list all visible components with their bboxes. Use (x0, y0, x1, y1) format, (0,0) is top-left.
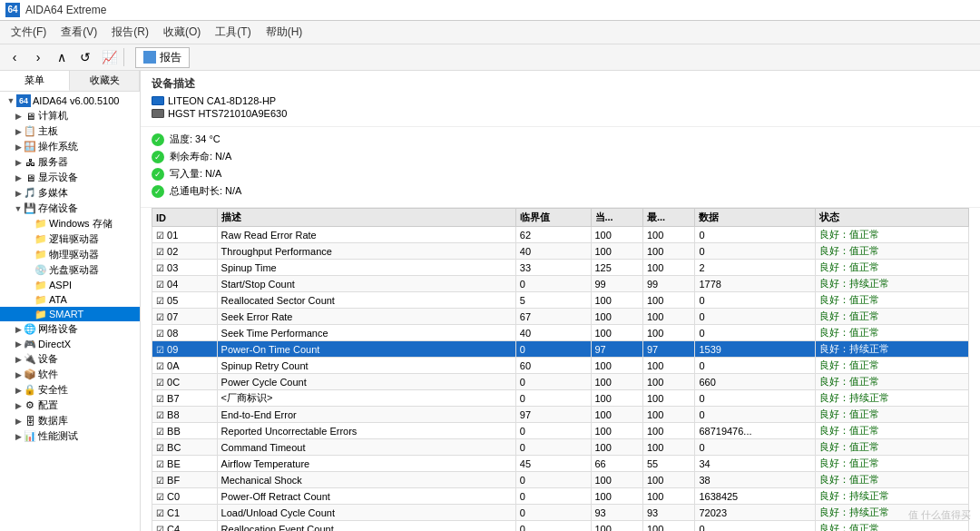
tree-item-aida64[interactable]: ▼ 64 AIDA64 v6.00.5100 (0, 93, 140, 108)
directx-icon: 🎮 (24, 338, 36, 350)
ssd-icon (152, 96, 164, 105)
server-icon: 🖧 (24, 156, 36, 169)
table-row[interactable]: ☑ BC Command Timeout 0 100 100 0 良好：值正常 (152, 439, 969, 456)
menu-view[interactable]: 查看(V) (54, 23, 104, 42)
table-row[interactable]: ☑ 02 Throughput Performance 40 100 100 0… (152, 243, 969, 260)
col-id: ID (152, 209, 218, 227)
tree-item-os[interactable]: ▶ 🪟 操作系统 (0, 139, 140, 154)
tree-item-motherboard[interactable]: ▶ 📋 主板 (0, 123, 140, 139)
menu-file[interactable]: 文件(F) (4, 23, 54, 42)
expand-icon: ▼ (5, 95, 16, 106)
table-row[interactable]: ☑ 0C Power Cycle Count 0 100 100 660 良好：… (152, 374, 969, 390)
tree-item-display[interactable]: ▶ 🖥 显示设备 (0, 170, 140, 185)
tree-item-software[interactable]: ▶ 📦 软件 (0, 367, 140, 382)
tab-menu[interactable]: 菜单 (0, 71, 70, 91)
table-row[interactable]: ☑ 05 Reallocated Sector Count 5 100 100 … (152, 292, 969, 309)
tree-item-computer[interactable]: ▶ 🖥 计算机 (0, 108, 140, 123)
tree-item-config[interactable]: ▶ ⚙ 配置 (0, 398, 140, 413)
tree-item-ata[interactable]: 📁 ATA (0, 292, 140, 307)
expand-icon: ▶ (13, 172, 24, 183)
refresh-button[interactable]: ↺ (74, 46, 96, 68)
table-row[interactable]: ☑ C4 Reallocation Event Count 0 100 100 … (152, 521, 969, 532)
optical-label: 光盘驱动器 (49, 263, 99, 277)
expand-icon: ▶ (13, 385, 24, 396)
col-current: 当... (591, 209, 642, 227)
menu-help[interactable]: 帮助(H) (259, 23, 310, 42)
expand-icon (24, 265, 34, 276)
expand-icon: ▶ (13, 354, 24, 365)
status-section: ✓ 温度: 34 °C ✓ 剩余寿命: N/A ✓ 写入量: N/A ✓ 总通电… (141, 127, 980, 208)
software-label: 软件 (38, 368, 58, 381)
tree-item-devices[interactable]: ▶ 🔌 设备 (0, 351, 140, 367)
table-row[interactable]: ☑ C1 Load/Unload Cycle Count 0 93 93 720… (152, 505, 969, 521)
tree-item-aspi[interactable]: 📁 ASPI (0, 278, 140, 292)
table-row[interactable]: ☑ BE Airflow Temperature 45 66 55 34 良好：… (152, 456, 969, 472)
table-row[interactable]: ☑ 04 Start/Stop Count 0 99 99 1778 良好：持续… (152, 276, 969, 292)
multimedia-label: 多媒体 (38, 186, 68, 200)
tree-item-smart[interactable]: 📁 SMART (0, 307, 140, 321)
config-icon: ⚙ (24, 399, 36, 412)
smart-table: ID 描述 临界值 当... 最... 数据 状态 ☑ 01 Raw Read … (152, 208, 969, 531)
main-layout: 菜单 收藏夹 ▼ 64 AIDA64 v6.00.5100 ▶ 🖥 计算机 ▶ (0, 71, 980, 531)
watermark: 值 什么值得买 (908, 508, 971, 522)
title-bar: 64 AIDA64 Extreme (0, 0, 980, 21)
optical-icon: 💿 (34, 264, 47, 277)
chart-button[interactable]: 📈 (98, 46, 120, 68)
hdd-icon (152, 109, 164, 118)
tree-item-multimedia[interactable]: ▶ 🎵 多媒体 (0, 185, 140, 201)
tree-item-optical[interactable]: 💿 光盘驱动器 (0, 262, 140, 278)
up-button[interactable]: ∧ (51, 46, 73, 68)
expand-icon (24, 250, 34, 261)
physical-icon: 📁 (34, 249, 47, 261)
win-storage-label: Windows 存储 (49, 217, 113, 231)
table-row[interactable]: ☑ 07 Seek Error Rate 67 100 100 0 良好：值正常 (152, 309, 969, 325)
tree-item-database[interactable]: ▶ 🗄 数据库 (0, 413, 140, 428)
table-row[interactable]: ☑ 03 Spinup Time 33 125 100 2 良好：值正常 (152, 260, 969, 276)
col-worst: 最... (642, 209, 694, 227)
expand-icon: ▶ (13, 416, 24, 427)
expand-icon: ▶ (13, 431, 24, 442)
menu-report[interactable]: 报告(R) (104, 23, 156, 42)
display-icon: 🖥 (24, 172, 36, 184)
multimedia-icon: 🎵 (24, 187, 36, 200)
report-button[interactable]: 报告 (135, 47, 190, 68)
tree-item-server[interactable]: ▶ 🖧 服务器 (0, 154, 140, 170)
table-row[interactable]: ☑ BB Reported Uncorrectable Errors 0 100… (152, 423, 969, 439)
table-row[interactable]: ☑ 01 Raw Read Error Rate 62 100 100 0 良好… (152, 227, 969, 243)
table-row[interactable]: ☑ C0 Power-Off Retract Count 0 100 100 1… (152, 488, 969, 505)
tree-item-directx[interactable]: ▶ 🎮 DirectX (0, 337, 140, 351)
table-row[interactable]: ☑ 0A Spinup Retry Count 60 100 100 0 良好：… (152, 358, 969, 374)
tree-item-security[interactable]: ▶ 🔒 安全性 (0, 382, 140, 398)
tree-item-logical[interactable]: 📁 逻辑驱动器 (0, 231, 140, 247)
menu-favorites[interactable]: 收藏(O) (156, 23, 208, 42)
table-row[interactable]: ☑ 09 Power-On Time Count 0 97 97 1539 良好… (152, 341, 969, 358)
devices-label: 设备 (38, 352, 58, 366)
life-label: 剩余寿命: N/A (170, 150, 231, 163)
expand-icon: ▶ (13, 324, 24, 335)
expand-icon (24, 280, 34, 290)
tree-item-benchmark[interactable]: ▶ 📊 性能测试 (0, 428, 140, 444)
table-row[interactable]: ☑ 08 Seek Time Performance 40 100 100 0 … (152, 325, 969, 341)
tree: ▼ 64 AIDA64 v6.00.5100 ▶ 🖥 计算机 ▶ 📋 主板 (0, 92, 140, 446)
desc-title: 设备描述 (152, 76, 969, 92)
expand-icon (24, 294, 34, 305)
storage-label: 存储设备 (38, 202, 78, 215)
table-row[interactable]: ☑ B7 <厂商标识> 0 100 100 0 良好：持续正常 (152, 390, 969, 407)
expand-icon: ▶ (13, 339, 24, 349)
computer-icon: 🖥 (24, 110, 36, 123)
forward-button[interactable]: › (27, 46, 49, 68)
security-label: 安全性 (38, 383, 68, 397)
ata-label: ATA (49, 294, 67, 305)
tree-item-storage[interactable]: ▼ 💾 存储设备 (0, 201, 140, 216)
tab-favorites[interactable]: 收藏夹 (70, 71, 140, 91)
expand-icon: ▶ (13, 188, 24, 199)
tree-item-win-storage[interactable]: 📁 Windows 存储 (0, 216, 140, 231)
os-icon: 🪟 (24, 141, 36, 153)
tree-item-network[interactable]: ▶ 🌐 网络设备 (0, 321, 140, 337)
app-title: AIDA64 Extreme (25, 4, 106, 16)
table-row[interactable]: ☑ BF Mechanical Shock 0 100 100 38 良好：值正… (152, 472, 969, 488)
menu-tools[interactable]: 工具(T) (208, 23, 258, 42)
table-row[interactable]: ☑ B8 End-to-End Error 97 100 100 0 良好：值正… (152, 407, 969, 423)
tree-item-physical[interactable]: 📁 物理驱动器 (0, 247, 140, 262)
back-button[interactable]: ‹ (4, 46, 25, 68)
